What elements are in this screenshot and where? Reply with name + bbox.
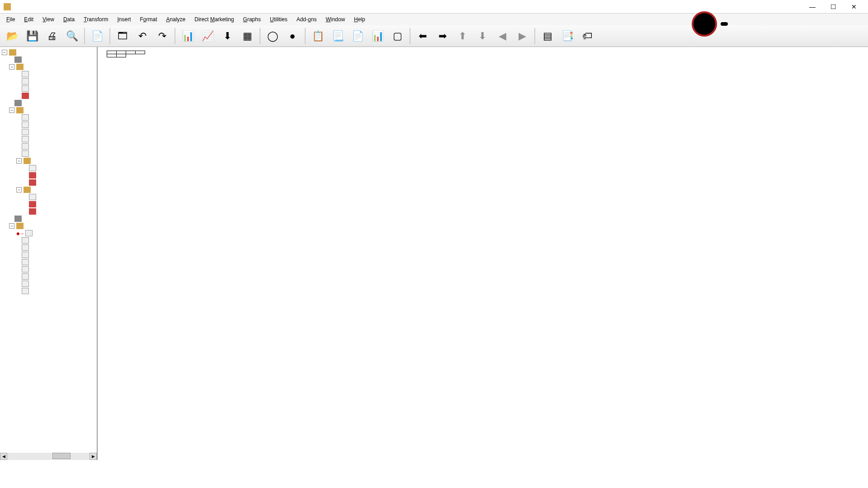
insert-chart-button[interactable]: 📊 (368, 27, 387, 45)
run-button[interactable]: ▦ (238, 27, 257, 45)
cell-model (107, 54, 117, 57)
tree-log[interactable] (2, 215, 95, 222)
promote-button[interactable]: ◀ (493, 27, 512, 45)
print-preview-button[interactable]: 🔍 (62, 27, 81, 45)
menu-analyze[interactable]: Analyze (162, 14, 190, 24)
tree-e60835[interactable] (2, 92, 95, 99)
tree-output[interactable]: − (2, 49, 95, 56)
tree-title[interactable] (2, 193, 95, 201)
tree-title[interactable] (2, 70, 95, 78)
scroll-thumb[interactable] (52, 453, 71, 459)
menu-edit[interactable]: Edit (19, 14, 38, 24)
menu-view[interactable]: View (38, 14, 59, 24)
goto-data-button[interactable]: 📊 (178, 27, 197, 45)
redo-button[interactable]: ↷ (153, 27, 172, 45)
outline-pane[interactable]: − − − − − − ◆→ (0, 47, 98, 460)
menu-insert[interactable]: Insert (113, 14, 135, 24)
tree-e60531[interactable] (2, 208, 95, 215)
content-pane[interactable] (98, 47, 868, 460)
tree-title-current[interactable]: ◆→ (2, 230, 95, 237)
print-button[interactable]: 🖨 (42, 27, 61, 45)
undo-button[interactable]: ↶ (133, 27, 152, 45)
toolbar: 📂 💾 🖨 🔍 📄 🗔 ↶ ↷ 📊 📈 ⬇ ▦ ◯ ● 📋 📃 📄 📊 ▢ ⬅ … (0, 25, 868, 47)
tree-notes[interactable] (2, 237, 95, 244)
designate-button[interactable]: ▢ (388, 27, 407, 45)
menu-data[interactable]: Data (59, 14, 79, 24)
minimize-button[interactable]: — (802, 0, 823, 13)
tree-var1[interactable]: − (2, 157, 95, 164)
tree-active-dataset[interactable] (2, 244, 95, 251)
menu-addons[interactable]: Add-ons (292, 14, 321, 24)
menu-format[interactable]: Format (136, 14, 162, 24)
tree-explore[interactable]: − (2, 107, 95, 114)
tree-regression[interactable]: − (2, 222, 95, 230)
tree-descriptive-stat[interactable] (2, 251, 95, 258)
menu-window[interactable]: Window (321, 14, 349, 24)
dialog-recall-button[interactable]: 🗔 (113, 27, 132, 45)
tree-var2[interactable]: − (2, 186, 95, 193)
tree-case-processing[interactable] (2, 136, 95, 143)
tree-notes[interactable] (2, 121, 95, 128)
tree-e60530[interactable] (2, 172, 95, 179)
main-area: − − − − − − ◆→ (0, 47, 868, 460)
app-icon (4, 3, 11, 10)
menu-utilities[interactable]: Utilities (265, 14, 292, 24)
split-button[interactable]: ▤ (538, 27, 557, 45)
menu-help[interactable]: Help (349, 14, 370, 24)
tree-active-dataset[interactable] (2, 128, 95, 136)
nav-forward-button[interactable]: ➡ (433, 27, 452, 45)
tree-e60530[interactable] (2, 201, 95, 208)
col-model (107, 51, 117, 54)
menu-file[interactable]: File (2, 14, 19, 24)
demote-button[interactable]: ▶ (513, 27, 532, 45)
tree-e60531[interactable] (2, 179, 95, 186)
export-button[interactable]: 📄 (88, 27, 107, 45)
tree-notes[interactable] (2, 78, 95, 85)
insert-heading-button[interactable]: 📋 (308, 27, 327, 45)
select-button[interactable]: ◯ (263, 27, 282, 45)
tree-title[interactable] (2, 114, 95, 121)
cpu-temp-badge (721, 22, 728, 26)
cpu-widget (692, 11, 728, 37)
tree-coefficients[interactable] (2, 287, 95, 295)
toolbar-sep (175, 28, 175, 44)
tree-graph[interactable]: − (2, 63, 95, 70)
nav-down-button[interactable]: ⬇ (473, 27, 492, 45)
tree-variables-entered[interactable] (2, 266, 95, 273)
tree-title[interactable] (2, 164, 95, 172)
goto-case-button[interactable]: 📈 (198, 27, 217, 45)
menu-transform[interactable]: Transform (79, 14, 113, 24)
open-button[interactable]: 📂 (3, 27, 22, 45)
tree-log[interactable] (2, 56, 95, 63)
save-button[interactable]: 💾 (23, 27, 42, 45)
nav-up-button[interactable]: ⬆ (453, 27, 472, 45)
tree-active-dataset[interactable] (2, 85, 95, 92)
tree-tests-normality[interactable] (2, 150, 95, 157)
insert-text-button[interactable]: 📄 (348, 27, 367, 45)
scroll-left-icon[interactable]: ◀ (0, 453, 7, 460)
value-labels-button[interactable]: 🏷 (578, 27, 597, 45)
scroll-right-icon[interactable]: ▶ (90, 453, 97, 460)
toolbar-sep (259, 28, 260, 44)
col-removed (126, 51, 136, 54)
insert-title-button[interactable]: 📃 (328, 27, 347, 45)
menubar: File Edit View Data Transform Insert For… (0, 14, 868, 25)
variables-button[interactable]: ⬇ (218, 27, 237, 45)
tree-model-summary[interactable] (2, 273, 95, 280)
tree-anova[interactable] (2, 280, 95, 287)
outline-hscrollbar[interactable]: ◀ ▶ (0, 453, 97, 460)
show-button[interactable]: ● (283, 27, 302, 45)
weight-button[interactable]: 📑 (558, 27, 577, 45)
tree-correlations[interactable] (2, 258, 95, 266)
outline-tree: − − − − − − ◆→ (0, 47, 97, 296)
tree-log[interactable] (2, 99, 95, 107)
cpu-percent (692, 11, 717, 37)
nav-back-button[interactable]: ⬅ (413, 27, 432, 45)
toolbar-sep (305, 28, 306, 44)
close-button[interactable]: ✕ (844, 0, 864, 13)
tree-descriptives[interactable] (2, 143, 95, 150)
menu-direct-marketing[interactable]: Direct Marketing (190, 14, 238, 24)
menu-graphs[interactable]: Graphs (239, 14, 265, 24)
maximize-button[interactable]: ☐ (823, 0, 844, 13)
variables-entered-table[interactable] (107, 51, 145, 57)
